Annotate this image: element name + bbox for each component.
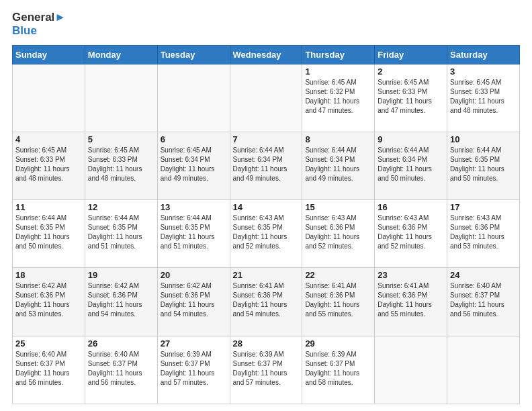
day-info: Sunrise: 6:44 AM Sunset: 6:34 PM Dayligh… <box>305 146 371 183</box>
logo-general: General► <box>12 11 66 24</box>
day-info: Sunrise: 6:44 AM Sunset: 6:35 PM Dayligh… <box>450 146 517 183</box>
day-info: Sunrise: 6:41 AM Sunset: 6:36 PM Dayligh… <box>378 281 444 319</box>
calendar-cell <box>447 336 520 404</box>
day-info: Sunrise: 6:45 AM Sunset: 6:34 PM Dayligh… <box>161 146 227 183</box>
calendar-cell: 11Sunrise: 6:44 AM Sunset: 6:35 PM Dayli… <box>13 200 85 268</box>
day-info: Sunrise: 6:44 AM Sunset: 6:35 PM Dayligh… <box>88 214 154 251</box>
day-info: Sunrise: 6:42 AM Sunset: 6:36 PM Dayligh… <box>88 281 154 319</box>
day-number: 29 <box>305 338 371 349</box>
day-number: 5 <box>88 134 154 144</box>
calendar-cell: 14Sunrise: 6:43 AM Sunset: 6:35 PM Dayli… <box>230 200 302 268</box>
day-number: 28 <box>233 338 300 349</box>
day-info: Sunrise: 6:44 AM Sunset: 6:34 PM Dayligh… <box>233 146 300 183</box>
day-number: 6 <box>161 134 227 144</box>
day-number: 16 <box>378 202 444 212</box>
day-number: 11 <box>15 202 82 212</box>
calendar-cell: 1Sunrise: 6:45 AM Sunset: 6:32 PM Daylig… <box>302 64 375 132</box>
calendar-cell: 27Sunrise: 6:39 AM Sunset: 6:37 PM Dayli… <box>157 336 230 404</box>
calendar-cell: 9Sunrise: 6:44 AM Sunset: 6:34 PM Daylig… <box>375 132 447 200</box>
col-header-monday: Monday <box>85 45 157 64</box>
calendar-cell: 10Sunrise: 6:44 AM Sunset: 6:35 PM Dayli… <box>447 132 520 200</box>
calendar-cell: 3Sunrise: 6:45 AM Sunset: 6:33 PM Daylig… <box>447 64 520 132</box>
calendar-cell <box>157 64 230 132</box>
day-number: 12 <box>88 202 154 212</box>
calendar-week-row: 1Sunrise: 6:45 AM Sunset: 6:32 PM Daylig… <box>13 64 520 132</box>
calendar-cell: 23Sunrise: 6:41 AM Sunset: 6:36 PM Dayli… <box>375 268 447 336</box>
day-info: Sunrise: 6:39 AM Sunset: 6:37 PM Dayligh… <box>305 350 371 387</box>
calendar-cell: 2Sunrise: 6:45 AM Sunset: 6:33 PM Daylig… <box>375 64 447 132</box>
calendar-week-row: 11Sunrise: 6:44 AM Sunset: 6:35 PM Dayli… <box>13 200 520 268</box>
col-header-friday: Friday <box>375 45 447 64</box>
day-info: Sunrise: 6:40 AM Sunset: 6:37 PM Dayligh… <box>450 281 517 319</box>
calendar-cell: 16Sunrise: 6:43 AM Sunset: 6:36 PM Dayli… <box>375 200 447 268</box>
calendar-cell: 19Sunrise: 6:42 AM Sunset: 6:36 PM Dayli… <box>85 268 157 336</box>
calendar-cell: 20Sunrise: 6:42 AM Sunset: 6:36 PM Dayli… <box>157 268 230 336</box>
calendar-week-row: 25Sunrise: 6:40 AM Sunset: 6:37 PM Dayli… <box>13 336 520 404</box>
day-number: 7 <box>233 134 300 144</box>
day-info: Sunrise: 6:45 AM Sunset: 6:33 PM Dayligh… <box>450 78 517 116</box>
day-number: 17 <box>450 202 517 212</box>
header: General► Blue <box>12 11 520 38</box>
day-number: 1 <box>305 66 371 77</box>
calendar-cell: 17Sunrise: 6:43 AM Sunset: 6:36 PM Dayli… <box>447 200 520 268</box>
calendar-cell: 13Sunrise: 6:44 AM Sunset: 6:35 PM Dayli… <box>157 200 230 268</box>
day-info: Sunrise: 6:42 AM Sunset: 6:36 PM Dayligh… <box>161 281 227 319</box>
day-info: Sunrise: 6:45 AM Sunset: 6:33 PM Dayligh… <box>378 78 444 116</box>
calendar-cell: 25Sunrise: 6:40 AM Sunset: 6:37 PM Dayli… <box>13 336 85 404</box>
day-number: 3 <box>450 66 517 77</box>
col-header-sunday: Sunday <box>13 45 85 64</box>
col-header-thursday: Thursday <box>302 45 375 64</box>
calendar-cell <box>230 64 302 132</box>
calendar-cell: 18Sunrise: 6:42 AM Sunset: 6:36 PM Dayli… <box>13 268 85 336</box>
day-number: 22 <box>305 270 371 280</box>
day-info: Sunrise: 6:39 AM Sunset: 6:37 PM Dayligh… <box>161 350 227 387</box>
day-info: Sunrise: 6:39 AM Sunset: 6:37 PM Dayligh… <box>233 350 300 387</box>
day-number: 20 <box>161 270 227 280</box>
col-header-wednesday: Wednesday <box>230 45 302 64</box>
col-header-tuesday: Tuesday <box>157 45 230 64</box>
day-info: Sunrise: 6:41 AM Sunset: 6:36 PM Dayligh… <box>233 281 300 319</box>
calendar-cell: 8Sunrise: 6:44 AM Sunset: 6:34 PM Daylig… <box>302 132 375 200</box>
calendar-cell: 26Sunrise: 6:40 AM Sunset: 6:37 PM Dayli… <box>85 336 157 404</box>
day-info: Sunrise: 6:44 AM Sunset: 6:35 PM Dayligh… <box>161 214 227 251</box>
day-info: Sunrise: 6:44 AM Sunset: 6:34 PM Dayligh… <box>378 146 444 183</box>
day-number: 26 <box>88 338 154 349</box>
calendar-week-row: 4Sunrise: 6:45 AM Sunset: 6:33 PM Daylig… <box>13 132 520 200</box>
calendar-cell: 4Sunrise: 6:45 AM Sunset: 6:33 PM Daylig… <box>13 132 85 200</box>
calendar-cell: 29Sunrise: 6:39 AM Sunset: 6:37 PM Dayli… <box>302 336 375 404</box>
day-number: 25 <box>15 338 82 349</box>
day-number: 19 <box>88 270 154 280</box>
day-info: Sunrise: 6:40 AM Sunset: 6:37 PM Dayligh… <box>88 350 154 387</box>
day-info: Sunrise: 6:43 AM Sunset: 6:36 PM Dayligh… <box>305 214 371 251</box>
col-header-saturday: Saturday <box>447 45 520 64</box>
day-number: 18 <box>15 270 82 280</box>
day-number: 4 <box>15 134 82 144</box>
day-number: 15 <box>305 202 371 212</box>
calendar-table: SundayMondayTuesdayWednesdayThursdayFrid… <box>12 45 520 404</box>
day-number: 13 <box>161 202 227 212</box>
calendar-cell <box>375 336 447 404</box>
calendar-cell: 28Sunrise: 6:39 AM Sunset: 6:37 PM Dayli… <box>230 336 302 404</box>
day-info: Sunrise: 6:41 AM Sunset: 6:36 PM Dayligh… <box>305 281 371 319</box>
day-info: Sunrise: 6:45 AM Sunset: 6:33 PM Dayligh… <box>88 146 154 183</box>
day-number: 24 <box>450 270 517 280</box>
calendar-cell: 24Sunrise: 6:40 AM Sunset: 6:37 PM Dayli… <box>447 268 520 336</box>
day-info: Sunrise: 6:44 AM Sunset: 6:35 PM Dayligh… <box>15 214 82 251</box>
calendar-cell <box>13 64 85 132</box>
day-number: 27 <box>161 338 227 349</box>
day-number: 2 <box>378 66 444 77</box>
day-number: 10 <box>450 134 517 144</box>
day-info: Sunrise: 6:42 AM Sunset: 6:36 PM Dayligh… <box>15 281 82 319</box>
calendar-week-row: 18Sunrise: 6:42 AM Sunset: 6:36 PM Dayli… <box>13 268 520 336</box>
day-number: 23 <box>378 270 444 280</box>
day-number: 8 <box>305 134 371 144</box>
calendar-cell: 15Sunrise: 6:43 AM Sunset: 6:36 PM Dayli… <box>302 200 375 268</box>
day-number: 14 <box>233 202 300 212</box>
day-number: 21 <box>233 270 300 280</box>
day-info: Sunrise: 6:45 AM Sunset: 6:32 PM Dayligh… <box>305 78 371 116</box>
calendar-cell <box>85 64 157 132</box>
calendar-header-row: SundayMondayTuesdayWednesdayThursdayFrid… <box>13 45 520 64</box>
day-info: Sunrise: 6:40 AM Sunset: 6:37 PM Dayligh… <box>15 350 82 387</box>
logo-blue: Blue <box>12 24 66 38</box>
calendar-cell: 22Sunrise: 6:41 AM Sunset: 6:36 PM Dayli… <box>302 268 375 336</box>
